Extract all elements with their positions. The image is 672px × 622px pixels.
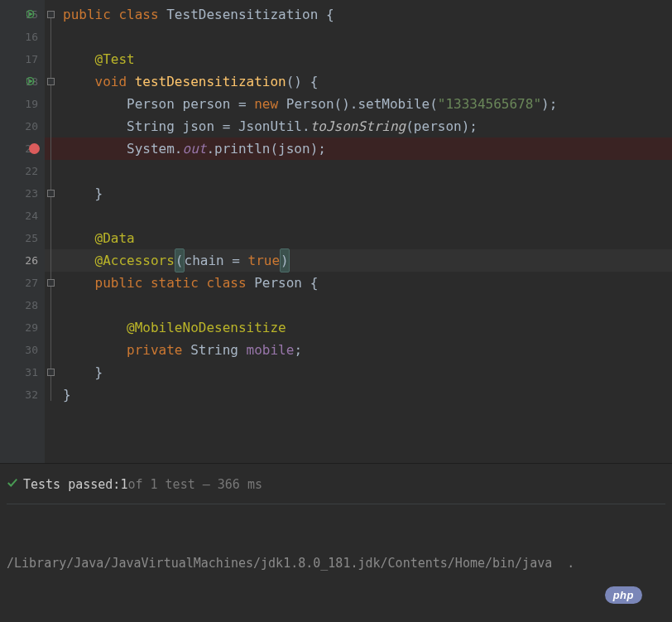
fold-toggle-icon[interactable] bbox=[47, 279, 55, 287]
code-line[interactable]: } bbox=[45, 361, 672, 383]
line-number: 20 bbox=[25, 120, 38, 133]
line-number: 19 bbox=[25, 98, 38, 110]
fold-toggle-icon[interactable] bbox=[47, 78, 55, 85]
code-line[interactable] bbox=[45, 160, 672, 182]
svg-marker-1 bbox=[29, 12, 33, 16]
line-number: 26 bbox=[25, 254, 38, 267]
breakpoint-icon[interactable] bbox=[29, 143, 40, 154]
code-line[interactable]: Person person = new Person().setMobile("… bbox=[45, 93, 672, 115]
line-number: 16 bbox=[25, 31, 38, 43]
code-line[interactable]: @MobileNoDesensitize bbox=[45, 316, 672, 339]
check-icon bbox=[7, 477, 18, 492]
test-status-detail: of 1 test – 366 ms bbox=[127, 477, 262, 492]
line-number: 31 bbox=[25, 366, 38, 379]
code-line[interactable]: void testDesensitization() { bbox=[45, 70, 672, 93]
svg-marker-3 bbox=[29, 79, 33, 83]
line-number: 22 bbox=[25, 165, 38, 177]
fold-toggle-icon[interactable] bbox=[47, 11, 55, 18]
code-line-caret[interactable]: @Accessors(chain = true) bbox=[45, 249, 672, 272]
line-number: 17 bbox=[25, 53, 38, 65]
gutter: 15 16 17 18 19 20 21 22 23 24 25 26 27 2… bbox=[0, 0, 45, 463]
line-number: 25 bbox=[25, 232, 38, 244]
code-line[interactable]: @Test bbox=[45, 48, 672, 70]
code-editor[interactable]: 15 16 17 18 19 20 21 22 23 24 25 26 27 2… bbox=[0, 0, 672, 464]
code-line[interactable] bbox=[45, 26, 672, 48]
code-line-breakpoint[interactable]: System.out.println(json); bbox=[45, 137, 672, 160]
console-line: {"mobile":"133****5678"} bbox=[7, 617, 665, 622]
php-badge: php bbox=[605, 586, 642, 604]
test-status-label: Tests passed: bbox=[23, 477, 120, 492]
code-line[interactable]: @Data bbox=[45, 227, 672, 249]
code-line[interactable]: public static class Person { bbox=[45, 272, 672, 294]
code-line[interactable]: } bbox=[45, 383, 672, 406]
run-gutter-icon[interactable] bbox=[26, 8, 38, 20]
code-line[interactable]: private String mobile; bbox=[45, 339, 672, 361]
code-line[interactable] bbox=[45, 205, 672, 227]
console-line: /Library/Java/JavaVirtualMachines/jdk1.8… bbox=[7, 552, 665, 574]
code-area[interactable]: public class TestDesensitization { @Test… bbox=[45, 0, 672, 463]
line-number: 32 bbox=[25, 388, 38, 401]
line-number: 28 bbox=[25, 299, 38, 311]
code-line[interactable]: public class TestDesensitization { bbox=[45, 3, 672, 26]
fold-strip bbox=[45, 3, 56, 466]
line-number: 29 bbox=[25, 321, 38, 334]
line-number: 23 bbox=[25, 187, 38, 200]
run-panel: Tests passed: 1 of 1 test – 366 ms /Libr… bbox=[0, 464, 672, 622]
code-line[interactable]: String json = JsonUtil.toJsonString(pers… bbox=[45, 115, 672, 137]
run-gutter-icon[interactable] bbox=[26, 75, 38, 87]
line-number: 30 bbox=[25, 344, 38, 356]
fold-toggle-icon[interactable] bbox=[47, 369, 55, 376]
test-status-count: 1 bbox=[120, 477, 127, 492]
code-line[interactable] bbox=[45, 294, 672, 316]
line-number: 27 bbox=[25, 277, 38, 289]
fold-toggle-icon[interactable] bbox=[47, 190, 55, 197]
line-number: 24 bbox=[25, 210, 38, 222]
console-output[interactable]: /Library/Java/JavaVirtualMachines/jdk1.8… bbox=[7, 504, 665, 622]
code-line[interactable]: } bbox=[45, 182, 672, 205]
test-status-bar: Tests passed: 1 of 1 test – 366 ms bbox=[7, 472, 665, 504]
